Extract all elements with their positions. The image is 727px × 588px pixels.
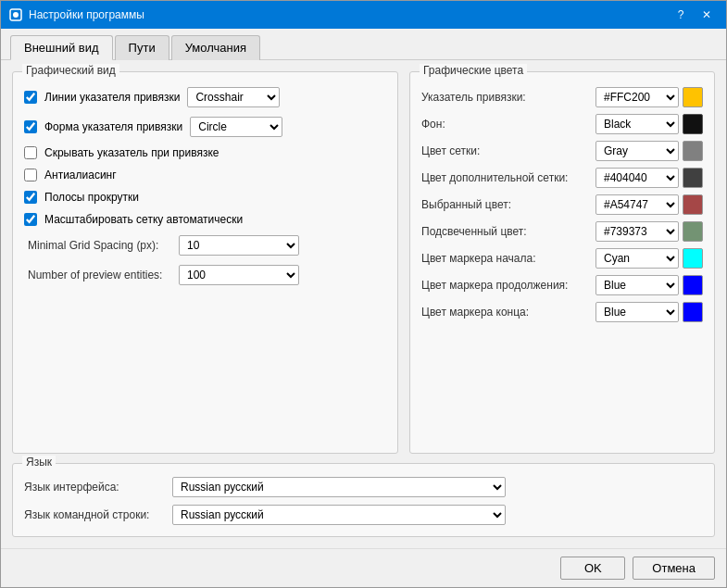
grid-color-controls: Gray bbox=[595, 141, 703, 161]
colors-content: Указатель привязки: #FFC200 Фон: bbox=[421, 87, 703, 322]
titlebar: Настройки программы ? ✕ bbox=[1, 1, 726, 29]
footer: OK Отмена bbox=[1, 548, 726, 587]
hide-snap-checkbox[interactable] bbox=[24, 146, 37, 159]
preview-label: Number of preview entities: bbox=[28, 269, 171, 281]
start-marker-color-row: Цвет маркера начала: Cyan bbox=[421, 248, 703, 269]
end-marker-color-label: Цвет маркера конца: bbox=[421, 306, 595, 319]
preview-select[interactable]: 100 50 200 500 bbox=[179, 265, 299, 285]
background-controls: Black bbox=[595, 114, 703, 134]
grid-color-row: Цвет сетки: Gray bbox=[421, 141, 703, 161]
graphic-view-label: Графический вид bbox=[22, 64, 119, 77]
scrollbars-label: Полосы прокрутки bbox=[44, 191, 139, 204]
snap-indicator-swatch[interactable] bbox=[683, 87, 703, 107]
close-button[interactable]: ✕ bbox=[695, 6, 719, 24]
window-icon bbox=[8, 7, 23, 22]
snap-lines-checkbox[interactable] bbox=[24, 91, 37, 104]
snap-indicator-select[interactable]: #FFC200 bbox=[595, 87, 679, 107]
continue-marker-swatch[interactable] bbox=[683, 275, 703, 295]
snap-indicator-color-label: Указатель привязки: bbox=[421, 91, 595, 104]
background-color-row: Фон: Black bbox=[421, 114, 703, 134]
cli-lang-select[interactable]: Russian русский English German Deutsch bbox=[172, 505, 506, 525]
ui-lang-select[interactable]: Russian русский English German Deutsch bbox=[172, 477, 506, 497]
window-title: Настройки программы bbox=[29, 8, 669, 21]
continue-marker-select[interactable]: Blue bbox=[595, 275, 679, 295]
graphic-colors-label: Графические цвета bbox=[420, 64, 527, 77]
end-marker-swatch[interactable] bbox=[683, 302, 703, 322]
highlighted-color-label: Подсвеченный цвет: bbox=[421, 225, 595, 238]
grid-color-label: Цвет сетки: bbox=[421, 144, 595, 157]
graphic-colors-group: Графические цвета Указатель привязки: #F… bbox=[409, 71, 715, 454]
grid-color-swatch[interactable] bbox=[683, 141, 703, 161]
background-swatch[interactable] bbox=[683, 114, 703, 134]
hide-snap-row: Скрывать указатель при привязке bbox=[24, 146, 386, 159]
snap-lines-select[interactable]: Crosshair Lines None bbox=[187, 87, 280, 107]
snap-shape-select[interactable]: Circle Square Diamond bbox=[190, 117, 282, 137]
ui-lang-label: Язык интерфейса: bbox=[24, 481, 172, 494]
svg-point-1 bbox=[13, 12, 19, 18]
meta-grid-swatch[interactable] bbox=[683, 168, 703, 188]
titlebar-controls: ? ✕ bbox=[669, 6, 719, 24]
tab-paths[interactable]: Пути bbox=[115, 35, 169, 60]
snap-shape-checkbox[interactable] bbox=[24, 120, 37, 133]
continue-marker-color-label: Цвет маркера продолжения: bbox=[421, 279, 595, 292]
selected-color-label: Выбранный цвет: bbox=[421, 198, 595, 211]
tabs-bar: Внешний вид Пути Умолчания bbox=[1, 29, 726, 60]
meta-grid-color-row: Цвет дополнительной сетки: #404040 bbox=[421, 168, 703, 188]
ok-button[interactable]: OK bbox=[560, 557, 625, 580]
antialiasing-label: Антиалиасинг bbox=[44, 169, 117, 181]
end-marker-color-row: Цвет маркера конца: Blue bbox=[421, 302, 703, 322]
main-row: Графический вид Линии указателя привязки… bbox=[12, 71, 715, 454]
left-panel: Графический вид Линии указателя привязки… bbox=[12, 71, 398, 454]
start-marker-controls: Cyan bbox=[595, 248, 703, 269]
meta-grid-color-label: Цвет дополнительной сетки: bbox=[421, 171, 595, 184]
scrollbars-checkbox[interactable] bbox=[24, 191, 37, 204]
end-marker-select[interactable]: Blue bbox=[595, 302, 679, 322]
highlighted-select[interactable]: #739373 bbox=[595, 221, 679, 242]
selected-swatch[interactable] bbox=[683, 194, 703, 215]
start-marker-swatch[interactable] bbox=[683, 248, 703, 269]
ui-lang-row: Язык интерфейса: Russian русский English… bbox=[24, 477, 703, 497]
start-marker-select[interactable]: Cyan bbox=[595, 248, 679, 269]
highlighted-controls: #739373 bbox=[595, 221, 703, 242]
autoscale-label: Масштабировать сетку автоматически bbox=[44, 213, 243, 226]
autoscale-checkbox[interactable] bbox=[24, 213, 37, 226]
snap-shape-row: Форма указателя привязки Circle Square D… bbox=[24, 117, 386, 137]
graphic-view-content: Линии указателя привязки Crosshair Lines… bbox=[24, 87, 386, 285]
hide-snap-label: Скрывать указатель при привязке bbox=[44, 146, 219, 159]
end-marker-controls: Blue bbox=[595, 302, 703, 322]
continue-marker-color-row: Цвет маркера продолжения: Blue bbox=[421, 275, 703, 295]
start-marker-color-label: Цвет маркера начала: bbox=[421, 252, 595, 265]
scrollbars-row: Полосы прокрутки bbox=[24, 191, 386, 204]
cli-lang-label: Язык командной строки: bbox=[24, 508, 172, 521]
continue-marker-controls: Blue bbox=[595, 275, 703, 295]
meta-grid-select[interactable]: #404040 bbox=[595, 168, 679, 188]
snap-lines-row: Линии указателя привязки Crosshair Lines… bbox=[24, 87, 386, 107]
grid-color-select[interactable]: Gray bbox=[595, 141, 679, 161]
selected-controls: #A54747 bbox=[595, 194, 703, 215]
background-select[interactable]: Black bbox=[595, 114, 679, 134]
snap-indicator-color-row: Указатель привязки: #FFC200 bbox=[421, 87, 703, 107]
selected-color-select[interactable]: #A54747 bbox=[595, 194, 679, 215]
cli-lang-row: Язык командной строки: Russian русский E… bbox=[24, 505, 703, 525]
min-grid-select[interactable]: 10 5 20 50 bbox=[179, 235, 299, 256]
help-button[interactable]: ? bbox=[669, 6, 693, 24]
autoscale-row: Масштабировать сетку автоматически bbox=[24, 213, 386, 226]
graphic-view-group: Графический вид Линии указателя привязки… bbox=[12, 71, 398, 454]
language-group: Язык Язык интерфейса: Russian русский En… bbox=[12, 463, 715, 537]
highlighted-color-row: Подсвеченный цвет: #739373 bbox=[421, 221, 703, 242]
right-panel: Графические цвета Указатель привязки: #F… bbox=[409, 71, 715, 454]
main-content: Графический вид Линии указателя привязки… bbox=[1, 60, 726, 548]
selected-color-row: Выбранный цвет: #A54747 bbox=[421, 194, 703, 215]
antialiasing-row: Антиалиасинг bbox=[24, 169, 386, 181]
settings-window: Настройки программы ? ✕ Внешний вид Пути… bbox=[0, 0, 727, 588]
tab-appearance[interactable]: Внешний вид bbox=[10, 35, 113, 60]
preview-row: Number of preview entities: 100 50 200 5… bbox=[24, 265, 386, 285]
background-color-label: Фон: bbox=[421, 118, 595, 131]
tab-defaults[interactable]: Умолчания bbox=[171, 35, 260, 60]
cancel-button[interactable]: Отмена bbox=[633, 557, 715, 580]
min-grid-row: Minimal Grid Spacing (px): 10 5 20 50 bbox=[24, 235, 386, 256]
min-grid-label: Minimal Grid Spacing (px): bbox=[28, 239, 171, 252]
lang-content: Язык интерфейса: Russian русский English… bbox=[24, 477, 703, 525]
highlighted-swatch[interactable] bbox=[683, 221, 703, 242]
antialiasing-checkbox[interactable] bbox=[24, 169, 37, 181]
